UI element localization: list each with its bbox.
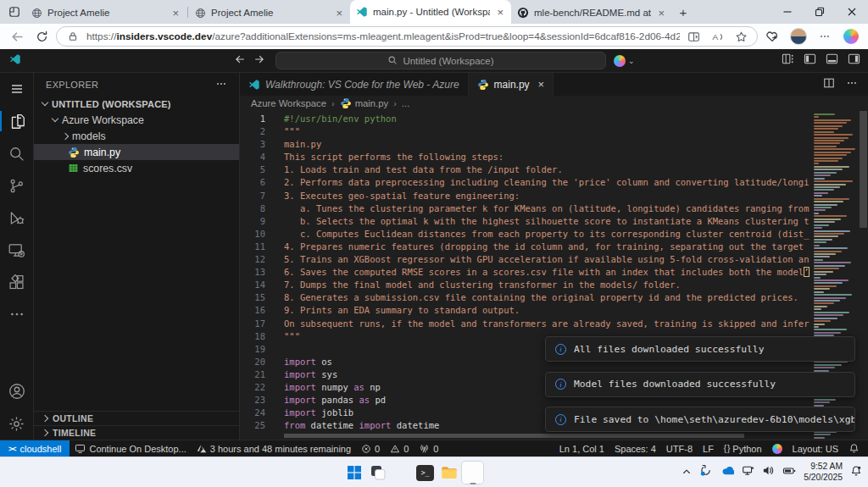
taskbar-start[interactable]	[342, 461, 365, 484]
toggle-secondary-sidebar[interactable]	[848, 53, 860, 69]
section-timeline[interactable]: TIMELINE	[34, 425, 239, 440]
notification-bell-icon[interactable]	[850, 465, 862, 480]
more-dots[interactable]	[815, 26, 835, 47]
status-screen[interactable]: Continue On Desktop...	[70, 440, 191, 457]
tree-item-scores-csv[interactable]: scores.csv	[34, 160, 239, 176]
profile-avatar[interactable]	[788, 26, 809, 47]
activity-search[interactable]	[0, 137, 34, 169]
code-line[interactable]: 51. Loads train and test data from the /…	[240, 163, 868, 176]
code-line[interactable]: 2"""	[240, 125, 868, 138]
code-line[interactable]: 147. Dumps the final model and clusterin…	[240, 279, 868, 291]
tray-battery[interactable]	[782, 464, 796, 481]
activity-remote-explorer[interactable]	[0, 234, 34, 266]
copilot[interactable]	[841, 26, 861, 47]
taskbar-task-view[interactable]	[366, 461, 389, 484]
status-lf[interactable]: LF	[698, 440, 719, 457]
refresh-icon[interactable]	[31, 26, 52, 47]
notification-toast[interactable]: iModel files downloaded successfully	[545, 372, 855, 397]
tree-item-models[interactable]: models	[34, 128, 239, 144]
activity-explorer[interactable]	[0, 105, 34, 137]
tree-item-main-py[interactable]: main.py	[34, 144, 239, 160]
toggle-panel[interactable]	[826, 53, 838, 69]
scrollbar-thumb[interactable]	[284, 434, 744, 438]
tree-item-untitled-workspace-[interactable]: UNTITLED (WORKSPACE)	[34, 96, 239, 112]
scrollbar-thumb[interactable]	[860, 111, 867, 228]
tray-chevron-up[interactable]	[682, 465, 692, 480]
restore-button[interactable]	[804, 0, 836, 24]
status-braces[interactable]: { }Python	[719, 440, 767, 457]
status-azure[interactable]: 3 hours and 48 minutes remaining	[192, 440, 356, 457]
status-warning-triangle[interactable]: 0	[385, 440, 414, 457]
activity-more[interactable]	[0, 298, 34, 330]
code-line[interactable]: 9 b. Selects the optimal k with the high…	[240, 215, 868, 228]
taskbar-copilot[interactable]	[390, 461, 413, 484]
more-dots-icon[interactable]	[215, 78, 227, 91]
code-line[interactable]: 125. Trains an XGBoost regressor with GP…	[240, 253, 868, 266]
code-line[interactable]: 169. Prints an EDA summary to standard o…	[240, 304, 868, 317]
code-line[interactable]: 114. Prepares numeric features (dropping…	[240, 241, 868, 253]
code-line[interactable]: 3main.py	[240, 138, 868, 151]
code-line[interactable]: 1#!/usr/bin/env python	[240, 113, 868, 125]
status-ln-1-col-1[interactable]: Ln 1, Col 1	[554, 440, 609, 457]
tray-onedrive[interactable]	[720, 463, 734, 481]
read-aloud[interactable]: A	[709, 30, 726, 43]
editor-tab-main-py[interactable]: main.py×	[469, 73, 554, 96]
new-tab-button[interactable]: +	[672, 2, 694, 22]
status-layout-us[interactable]: Layout: US	[787, 440, 843, 457]
close-icon[interactable]: ×	[170, 8, 181, 19]
tray-volume[interactable]	[762, 464, 775, 480]
editor-tab-walkthrough-vs-code-for-the-we[interactable]: Walkthrough: VS Code for the Web - Azure	[240, 73, 469, 96]
minimize-button[interactable]	[771, 0, 804, 24]
favorite-star[interactable]	[732, 30, 749, 43]
browser-essentials[interactable]	[762, 26, 782, 47]
code-line[interactable]: 8 a. Tunes the clustering parameter k fo…	[240, 202, 868, 215]
tray-network[interactable]	[742, 464, 754, 480]
activity-account[interactable]	[0, 375, 34, 407]
split-editor[interactable]	[823, 77, 835, 92]
close-icon[interactable]: ×	[535, 78, 545, 91]
status-spaces-4[interactable]: Spaces: 4	[609, 440, 661, 457]
close-icon[interactable]: ×	[334, 8, 344, 19]
clock[interactable]: 9:52 AM 5/20/2025	[804, 462, 843, 483]
tab-actions-icon[interactable]	[3, 2, 25, 22]
horizontal-scrollbar[interactable]	[284, 434, 807, 439]
toggle-sidebar[interactable]	[804, 53, 816, 69]
back-icon[interactable]	[7, 26, 27, 47]
nav-forward-icon[interactable]	[253, 53, 265, 69]
close-icon[interactable]: ×	[495, 7, 505, 18]
activity-source-control[interactable]	[0, 169, 34, 202]
status-bell[interactable]	[843, 440, 865, 457]
status-copilot-face[interactable]	[767, 440, 787, 457]
copilot-menu[interactable]: ⌄	[614, 55, 635, 67]
taskbar-terminal[interactable]: >_	[414, 461, 437, 484]
breadcrumb-item[interactable]: Azure Workspace	[251, 98, 326, 108]
code-line[interactable]: 4This script performs the following step…	[240, 151, 868, 163]
code-line[interactable]: 136. Saves the computed RMSE scores in a…	[240, 266, 868, 279]
customize-layout[interactable]	[782, 53, 794, 69]
browser-tab[interactable]: Project Amelie×	[189, 2, 350, 24]
split-screen[interactable]	[685, 30, 702, 43]
activity-settings[interactable]	[0, 407, 34, 440]
address-bar[interactable]: https://insiders.vscode.dev/azure?additi…	[56, 26, 758, 47]
code-editor[interactable]: 1#!/usr/bin/env python2"""3main.py4This …	[240, 111, 868, 440]
activity-run-debug[interactable]	[0, 202, 34, 234]
close-button[interactable]	[836, 0, 868, 24]
nav-back-icon[interactable]	[234, 53, 246, 69]
taskbar-edge[interactable]	[461, 461, 484, 484]
status-utf-8[interactable]: UTF-8	[661, 440, 698, 457]
notification-toast[interactable]: iAll files downloaded successfully	[545, 336, 855, 362]
browser-tab[interactable]: Project Amelie×	[25, 2, 186, 24]
url-text[interactable]: https://insiders.vscode.dev/azure?additi…	[86, 30, 680, 42]
code-line[interactable]: 62. Performs data preprocessing includin…	[240, 176, 868, 189]
remote-indicator[interactable]: >< cloudshell	[0, 440, 70, 457]
more-dots[interactable]	[846, 77, 858, 92]
breadcrumb-item[interactable]: main.py	[340, 97, 389, 109]
close-icon[interactable]: ×	[656, 8, 666, 19]
status-error-circle[interactable]: 0	[356, 440, 385, 457]
code-line[interactable]: 158. Generates a submission.csv file con…	[240, 291, 868, 304]
tray-sync[interactable]	[699, 464, 712, 480]
tree-item-azure-workspace[interactable]: Azure Workspace	[34, 112, 239, 128]
command-center-search[interactable]: Untitled (Workspace)	[275, 52, 606, 69]
browser-tab[interactable]: main.py - Untitled (Workspace) -×	[350, 0, 511, 24]
code-line[interactable]: 73. Executes geo-spatial feature enginee…	[240, 190, 868, 202]
